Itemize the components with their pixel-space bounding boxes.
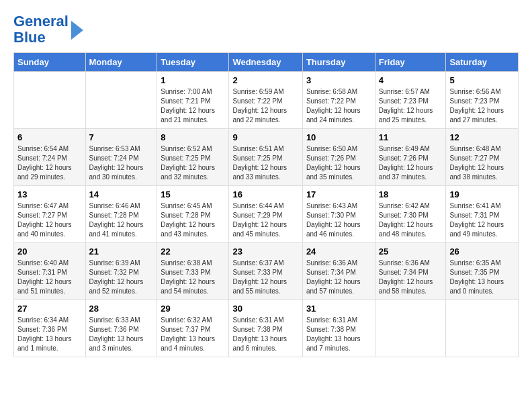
day-number: 3 [306,75,371,85]
calendar-cell: 29Sunrise: 6:32 AMSunset: 7:37 PMDayligh… [157,300,229,357]
logo-text: General Blue [13,13,69,46]
day-info: Sunrise: 6:52 AMSunset: 7:25 PMDaylight:… [161,144,225,182]
day-info: Sunrise: 6:51 AMSunset: 7:25 PMDaylight:… [232,144,298,182]
calendar-cell: 1Sunrise: 7:00 AMSunset: 7:21 PMDaylight… [157,72,229,129]
day-number: 24 [306,246,371,257]
day-info: Sunrise: 6:31 AMSunset: 7:38 PMDaylight:… [306,316,371,353]
week-row-2: 6Sunrise: 6:54 AMSunset: 7:24 PMDaylight… [14,129,519,186]
day-number: 2 [232,75,298,85]
calendar-cell: 9Sunrise: 6:51 AMSunset: 7:25 PMDaylight… [229,129,302,186]
calendar-cell: 10Sunrise: 6:50 AMSunset: 7:26 PMDayligh… [302,129,375,186]
header-saturday: Saturday [446,53,519,72]
day-number: 10 [306,132,371,142]
calendar-cell: 19Sunrise: 6:41 AMSunset: 7:31 PMDayligh… [446,186,519,243]
day-info: Sunrise: 6:49 AMSunset: 7:26 PMDaylight:… [379,144,443,182]
day-number: 16 [232,189,298,199]
header-wednesday: Wednesday [229,53,302,72]
day-info: Sunrise: 6:40 AMSunset: 7:31 PMDaylight:… [17,259,82,296]
day-info: Sunrise: 6:38 AMSunset: 7:33 PMDaylight:… [161,259,225,296]
calendar-cell: 2Sunrise: 6:59 AMSunset: 7:22 PMDaylight… [229,72,302,129]
day-number: 22 [161,246,225,257]
calendar-cell: 31Sunrise: 6:31 AMSunset: 7:38 PMDayligh… [302,300,375,357]
calendar-cell [14,72,86,129]
day-number: 26 [449,246,515,257]
day-number: 14 [89,189,154,199]
calendar-cell: 23Sunrise: 6:37 AMSunset: 7:33 PMDayligh… [229,243,302,300]
calendar-table: SundayMondayTuesdayWednesdayThursdayFrid… [13,52,519,357]
day-info: Sunrise: 6:37 AMSunset: 7:33 PMDaylight:… [232,259,298,296]
logo-arrow-icon [71,21,83,40]
day-info: Sunrise: 6:45 AMSunset: 7:28 PMDaylight:… [161,201,225,239]
calendar-cell [85,72,157,129]
calendar-cell: 21Sunrise: 6:39 AMSunset: 7:32 PMDayligh… [85,243,157,300]
day-number: 30 [232,304,298,314]
calendar-cell [446,300,519,357]
header-friday: Friday [375,53,446,72]
calendar-cell [375,300,446,357]
day-info: Sunrise: 6:53 AMSunset: 7:24 PMDaylight:… [89,144,154,182]
calendar-cell: 25Sunrise: 6:36 AMSunset: 7:34 PMDayligh… [375,243,446,300]
day-info: Sunrise: 6:59 AMSunset: 7:22 PMDaylight:… [232,87,298,125]
calendar-cell: 8Sunrise: 6:52 AMSunset: 7:25 PMDaylight… [157,129,229,186]
week-row-3: 13Sunrise: 6:47 AMSunset: 7:27 PMDayligh… [14,186,519,243]
calendar-cell: 18Sunrise: 6:42 AMSunset: 7:30 PMDayligh… [375,186,446,243]
day-number: 29 [161,304,225,314]
day-number: 5 [449,75,515,85]
week-row-4: 20Sunrise: 6:40 AMSunset: 7:31 PMDayligh… [14,243,519,300]
day-info: Sunrise: 6:36 AMSunset: 7:34 PMDaylight:… [379,259,443,296]
day-number: 27 [17,304,82,314]
day-number: 12 [449,132,515,142]
day-info: Sunrise: 6:33 AMSunset: 7:36 PMDaylight:… [89,316,154,353]
day-number: 1 [161,75,225,85]
calendar-cell: 15Sunrise: 6:45 AMSunset: 7:28 PMDayligh… [157,186,229,243]
calendar-cell: 17Sunrise: 6:43 AMSunset: 7:30 PMDayligh… [302,186,375,243]
calendar-cell: 7Sunrise: 6:53 AMSunset: 7:24 PMDaylight… [85,129,157,186]
day-info: Sunrise: 6:48 AMSunset: 7:27 PMDaylight:… [449,144,515,182]
day-number: 9 [232,132,298,142]
day-info: Sunrise: 6:47 AMSunset: 7:27 PMDaylight:… [17,201,82,239]
calendar-cell: 20Sunrise: 6:40 AMSunset: 7:31 PMDayligh… [14,243,86,300]
calendar-cell: 14Sunrise: 6:46 AMSunset: 7:28 PMDayligh… [85,186,157,243]
day-info: Sunrise: 6:58 AMSunset: 7:22 PMDaylight:… [306,87,371,125]
header-sunday: Sunday [14,53,86,72]
week-row-5: 27Sunrise: 6:34 AMSunset: 7:36 PMDayligh… [14,300,519,357]
day-number: 21 [89,246,154,257]
calendar-cell: 30Sunrise: 6:31 AMSunset: 7:38 PMDayligh… [229,300,302,357]
logo-blue: Blue [13,29,46,46]
day-number: 25 [379,246,443,257]
day-info: Sunrise: 6:56 AMSunset: 7:23 PMDaylight:… [449,87,515,125]
calendar-cell: 24Sunrise: 6:36 AMSunset: 7:34 PMDayligh… [302,243,375,300]
day-info: Sunrise: 7:00 AMSunset: 7:21 PMDaylight:… [161,87,225,125]
week-row-1: 1Sunrise: 7:00 AMSunset: 7:21 PMDaylight… [14,72,519,129]
calendar-cell: 3Sunrise: 6:58 AMSunset: 7:22 PMDaylight… [302,72,375,129]
calendar-cell: 12Sunrise: 6:48 AMSunset: 7:27 PMDayligh… [446,129,519,186]
calendar-cell: 5Sunrise: 6:56 AMSunset: 7:23 PMDaylight… [446,72,519,129]
calendar-cell: 13Sunrise: 6:47 AMSunset: 7:27 PMDayligh… [14,186,86,243]
calendar-cell: 22Sunrise: 6:38 AMSunset: 7:33 PMDayligh… [157,243,229,300]
day-number: 18 [379,189,443,199]
header-tuesday: Tuesday [157,53,229,72]
day-info: Sunrise: 6:50 AMSunset: 7:26 PMDaylight:… [306,144,371,182]
day-info: Sunrise: 6:41 AMSunset: 7:31 PMDaylight:… [449,201,515,239]
day-number: 4 [379,75,443,85]
day-number: 20 [17,246,82,257]
day-info: Sunrise: 6:44 AMSunset: 7:29 PMDaylight:… [232,201,298,239]
day-info: Sunrise: 6:42 AMSunset: 7:30 PMDaylight:… [379,201,443,239]
day-info: Sunrise: 6:43 AMSunset: 7:30 PMDaylight:… [306,201,371,239]
day-info: Sunrise: 6:57 AMSunset: 7:23 PMDaylight:… [379,87,443,125]
calendar-cell: 11Sunrise: 6:49 AMSunset: 7:26 PMDayligh… [375,129,446,186]
calendar-cell: 26Sunrise: 6:35 AMSunset: 7:35 PMDayligh… [446,243,519,300]
day-number: 15 [161,189,225,199]
day-info: Sunrise: 6:36 AMSunset: 7:34 PMDaylight:… [306,259,371,296]
calendar-cell: 16Sunrise: 6:44 AMSunset: 7:29 PMDayligh… [229,186,302,243]
day-number: 31 [306,304,371,314]
day-number: 19 [449,189,515,199]
day-info: Sunrise: 6:54 AMSunset: 7:24 PMDaylight:… [17,144,82,182]
calendar-header-row: SundayMondayTuesdayWednesdayThursdayFrid… [14,53,519,72]
page-header: General Blue [13,13,519,46]
header-monday: Monday [85,53,157,72]
day-info: Sunrise: 6:46 AMSunset: 7:28 PMDaylight:… [89,201,154,239]
logo: General Blue [13,13,83,46]
calendar-cell: 6Sunrise: 6:54 AMSunset: 7:24 PMDaylight… [14,129,86,186]
day-info: Sunrise: 6:39 AMSunset: 7:32 PMDaylight:… [89,259,154,296]
